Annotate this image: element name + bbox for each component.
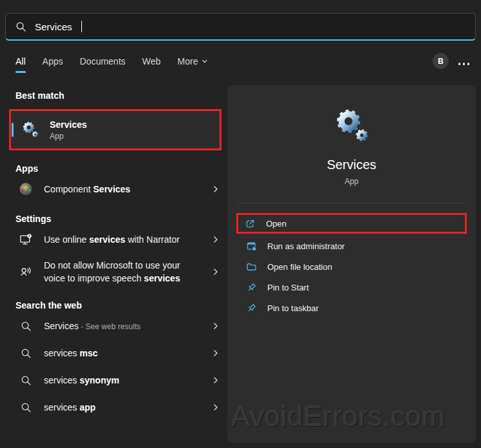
chevron-right-icon — [211, 235, 220, 244]
expand-chevron-button[interactable] — [209, 232, 223, 247]
chevron-right-icon — [211, 349, 220, 358]
active-tab-indicator — [15, 71, 26, 73]
tab-apps[interactable]: Apps — [43, 56, 63, 73]
chevron-down-icon — [201, 58, 208, 65]
item-label: services app — [44, 401, 96, 414]
action-list: Run as administrator Open file location … — [227, 236, 476, 318]
settings-header: Settings — [15, 214, 223, 224]
pin-icon — [245, 303, 257, 314]
speech-privacy-icon — [19, 265, 33, 278]
settings-item-narrator[interactable]: Use online services with Narrator — [15, 228, 223, 251]
chevron-right-icon — [211, 321, 220, 331]
search-value: Services — [35, 21, 72, 32]
profile-badge[interactable]: B — [433, 53, 449, 69]
item-label: Services - See web results — [44, 320, 141, 332]
tab-web[interactable]: Web — [142, 56, 161, 73]
search-suggestion-icon — [19, 321, 33, 332]
expand-chevron-button[interactable] — [209, 265, 223, 279]
app-item-component-services[interactable]: Component Services — [15, 178, 223, 201]
folder-icon — [245, 261, 257, 272]
best-match-item[interactable]: Services App — [11, 111, 220, 148]
action-pin-to-start[interactable]: Pin to Start — [238, 278, 466, 297]
app-gears-icon — [331, 105, 373, 147]
component-services-icon — [19, 182, 33, 196]
tab-more[interactable]: More — [178, 56, 208, 73]
expand-chevron-button[interactable] — [209, 346, 223, 360]
search-filter-tabs: All Apps Documents Web More — [15, 56, 208, 73]
watermark: AvoidErrors.com — [231, 400, 445, 433]
web-search-item-see-results[interactable]: Services - See web results — [15, 314, 223, 338]
services-gears-icon — [20, 119, 41, 140]
item-label: Use online services with Narrator — [44, 233, 179, 246]
expand-chevron-button[interactable] — [209, 182, 223, 196]
web-search-item-msc[interactable]: services msc — [15, 341, 223, 365]
action-open[interactable]: Open — [238, 215, 465, 232]
best-match-header: Best match — [15, 90, 223, 101]
item-label: services synonym — [44, 374, 119, 387]
app-subtitle: App — [227, 177, 476, 186]
annotation-box-best-match: Services App — [9, 109, 221, 150]
narrator-monitor-icon — [19, 233, 33, 246]
expand-chevron-button[interactable] — [209, 400, 223, 414]
chevron-right-icon — [211, 376, 220, 385]
action-pin-to-taskbar[interactable]: Pin to taskbar — [238, 298, 466, 318]
pin-icon — [245, 282, 257, 293]
best-match-subtitle: App — [50, 132, 87, 141]
search-icon — [15, 21, 26, 32]
search-web-header: Search the web — [15, 300, 223, 311]
apps-header: Apps — [15, 163, 223, 174]
more-options-icon[interactable] — [456, 60, 473, 68]
search-suggestion-icon — [19, 402, 33, 413]
chevron-right-icon — [211, 185, 220, 194]
action-label: Open — [266, 219, 287, 229]
action-label: Open file location — [267, 262, 332, 272]
results-column: Best match Ser — [15, 85, 223, 419]
web-search-item-app[interactable]: services app — [15, 396, 223, 419]
tab-documents[interactable]: Documents — [79, 56, 125, 73]
search-input[interactable]: Services — [5, 13, 476, 41]
action-label: Pin to taskbar — [267, 303, 319, 313]
web-search-item-synonym[interactable]: services synonym — [15, 369, 223, 392]
admin-window-icon — [245, 241, 257, 252]
text-caret — [81, 21, 83, 32]
search-suggestion-icon — [19, 348, 33, 359]
expand-chevron-button[interactable] — [209, 319, 223, 333]
best-match-title: Services — [50, 119, 87, 130]
expand-chevron-button[interactable] — [209, 373, 223, 387]
tab-all[interactable]: All — [15, 56, 26, 73]
chevron-right-icon — [211, 403, 220, 412]
action-label: Run as administrator — [267, 241, 345, 251]
selection-indicator — [12, 123, 14, 137]
settings-item-speech-privacy[interactable]: Do not allow Microsoft to use your voice… — [15, 255, 223, 289]
action-label: Pin to Start — [267, 283, 309, 292]
open-external-icon — [244, 218, 256, 229]
item-label: services msc — [44, 347, 97, 360]
search-suggestion-icon — [19, 375, 33, 386]
annotation-box-open: Open — [236, 213, 467, 234]
panel-divider — [238, 203, 466, 203]
app-title: Services — [227, 158, 476, 172]
app-details-panel: Services App Open Run as ad — [227, 85, 476, 443]
action-run-as-administrator[interactable]: Run as administrator — [238, 236, 466, 256]
item-label: Do not allow Microsoft to use your voice… — [44, 259, 198, 285]
item-label: Component Services — [44, 183, 130, 196]
chevron-right-icon — [211, 267, 220, 276]
action-open-file-location[interactable]: Open file location — [238, 257, 466, 276]
